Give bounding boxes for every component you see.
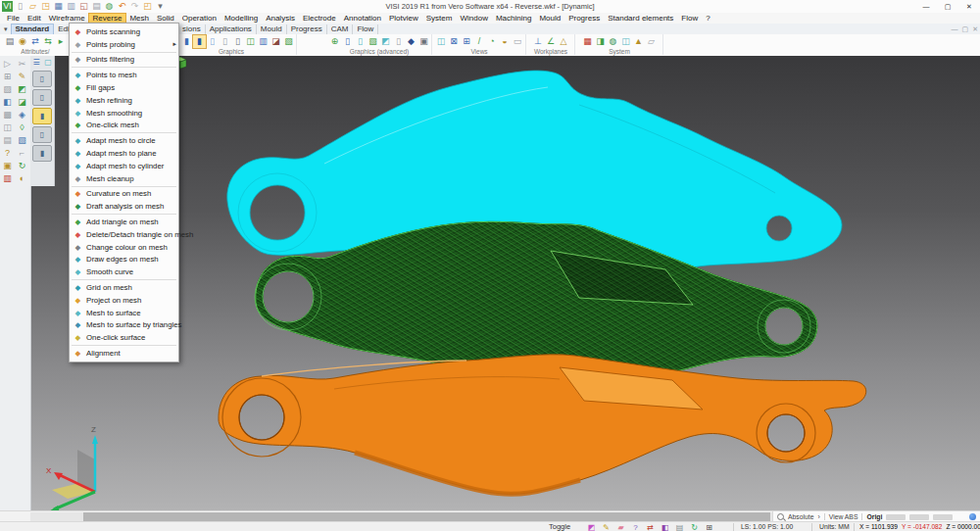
- box-select-icon[interactable]: ◧: [658, 522, 672, 531]
- menu-item[interactable]: ◆ Draw edges on mesh: [70, 254, 178, 266]
- menu-item[interactable]: ◆ Points scanning: [70, 25, 178, 38]
- menu-bar-item[interactable]: Wireframe: [45, 14, 89, 24]
- toolbar-icon[interactable]: ◍: [607, 35, 619, 48]
- menu-bar-item[interactable]: Machining: [492, 14, 535, 24]
- left-tool-icon[interactable]: ▩: [0, 108, 15, 121]
- toolbar-icon[interactable]: ▤: [4, 35, 17, 48]
- grid-toggle-icon[interactable]: ⊞: [702, 522, 716, 531]
- child-restore-button[interactable]: ▢: [962, 24, 969, 34]
- toolbar-icon[interactable]: ▯: [341, 35, 354, 48]
- menu-bar-item[interactable]: Operation: [178, 14, 220, 24]
- menu-bar-item[interactable]: Standard elements: [604, 14, 677, 24]
- toolbar-icon[interactable]: ▮: [180, 35, 193, 48]
- minimize-button[interactable]: —: [915, 0, 937, 13]
- solid-part-orange[interactable]: [219, 355, 866, 494]
- save-all-icon[interactable]: ▥: [66, 1, 76, 12]
- menu-bar-item[interactable]: File: [3, 14, 24, 24]
- toolbar-icon[interactable]: ▣: [417, 35, 430, 48]
- menu-item[interactable]: ◆ Add triangle on mesh: [70, 216, 178, 228]
- menu-bar-item[interactable]: Mesh: [125, 14, 153, 24]
- left-tool-icon[interactable]: ◈: [15, 108, 29, 121]
- menu-bar-item[interactable]: Progress: [564, 14, 604, 24]
- toolbar-icon[interactable]: ◪: [270, 35, 282, 48]
- menu-item[interactable]: ◆ Mesh to surface by triangles: [70, 319, 178, 332]
- menu-item[interactable]: ◆ Mesh smoothing: [70, 107, 178, 120]
- left-tool-icon[interactable]: ◧: [0, 95, 15, 108]
- menu-item[interactable]: ◆ Curvature on mesh: [70, 188, 178, 201]
- menu-item[interactable]: ◆ Points probing ▸: [70, 38, 178, 51]
- view-abs-label[interactable]: View ABS: [829, 513, 858, 520]
- export-icon[interactable]: ◱: [78, 1, 89, 12]
- menu-item[interactable]: ◆ Adapt mesh to cylinder: [70, 160, 178, 172]
- left-tool-icon[interactable]: ◪: [15, 95, 29, 108]
- eraser-icon[interactable]: ▰: [613, 522, 628, 531]
- ribbon-tab[interactable]: Progress: [287, 24, 327, 34]
- save-icon[interactable]: ▦: [53, 1, 64, 12]
- toolbar-icon[interactable]: ▭: [512, 35, 524, 48]
- print-icon[interactable]: ▤: [91, 1, 102, 12]
- menu-bar-item[interactable]: System: [422, 14, 457, 24]
- toolbar-icon[interactable]: ▯: [354, 35, 367, 48]
- menu-item[interactable]: ◆ Points to mesh: [70, 69, 178, 81]
- left-tool-icon[interactable]: ▨: [0, 82, 15, 95]
- ribbon-tab[interactable]: Standard: [11, 24, 55, 35]
- toolbar-icon[interactable]: ▮: [193, 35, 206, 48]
- toolbar-icon[interactable]: ▯: [206, 35, 219, 48]
- left-tool-icon[interactable]: ✂: [15, 57, 29, 70]
- absolute-mode-label[interactable]: Absolute: [788, 513, 813, 520]
- screen-icon[interactable]: ▢: [43, 57, 53, 67]
- new-document-icon[interactable]: ▯: [15, 1, 25, 12]
- ribbon-tab[interactable]: CAM: [327, 24, 354, 34]
- absolute-chevron-icon[interactable]: ›: [817, 513, 819, 520]
- toolbar-icon[interactable]: ▯: [219, 35, 231, 48]
- toolbar-icon[interactable]: ▱: [645, 35, 658, 48]
- ribbon-tab[interactable]: Flow: [353, 24, 378, 34]
- left-tool-icon[interactable]: ?: [0, 146, 15, 159]
- toolbar-icon[interactable]: ⊞: [461, 35, 473, 48]
- toolbar-icon[interactable]: ▧: [282, 35, 295, 48]
- menu-item[interactable]: ◆ Smooth curve: [70, 266, 178, 278]
- ribbon-tab[interactable]: Applications: [206, 24, 257, 34]
- tab-overflow-icon[interactable]: ▾: [1, 25, 11, 33]
- menu-bar-item[interactable]: Mould: [535, 14, 564, 24]
- layer-button[interactable]: ▮: [32, 108, 52, 124]
- left-tool-icon[interactable]: ◊: [15, 121, 29, 133]
- left-tool-icon[interactable]: ▣: [0, 159, 15, 171]
- menu-item[interactable]: ◆ Alignment: [70, 347, 178, 360]
- close-button[interactable]: ✕: [958, 0, 980, 13]
- ribbon-tab[interactable]: sions: [178, 24, 206, 34]
- layer-button[interactable]: ▯: [32, 71, 52, 87]
- toolbar-icon[interactable]: ⇄: [29, 35, 42, 48]
- toolbar-icon[interactable]: ◉: [17, 35, 29, 48]
- menu-item[interactable]: ◆ Adapt mesh to plane: [70, 147, 178, 160]
- vero-sphere-icon[interactable]: [969, 513, 976, 520]
- toolbar-icon[interactable]: ⊕: [328, 35, 341, 48]
- customize-quickbar-icon[interactable]: ▾: [155, 1, 166, 12]
- menu-item[interactable]: ◆ Mesh to surface: [70, 307, 178, 319]
- menu-item[interactable]: ◆ Fill gaps: [70, 81, 178, 94]
- menu-bar-item[interactable]: ?: [702, 14, 713, 24]
- left-tool-icon[interactable]: ↻: [15, 159, 29, 171]
- toolbar-icon[interactable]: ⊠: [448, 35, 461, 48]
- origin-label[interactable]: Origi: [866, 513, 882, 520]
- layer-button[interactable]: ▮: [32, 145, 52, 162]
- layer-list-icon[interactable]: ☰: [31, 57, 41, 67]
- toolbar-icon[interactable]: ▦: [581, 35, 594, 48]
- menu-bar-item[interactable]: Reverse: [89, 14, 126, 24]
- menu-bar-item[interactable]: Plotview: [385, 14, 422, 24]
- toolbar-icon[interactable]: ◔: [486, 35, 499, 48]
- left-tool-icon[interactable]: ▧: [15, 133, 29, 146]
- left-tool-icon[interactable]: ⌐: [15, 146, 29, 159]
- menu-item[interactable]: ◆ One-click surface: [70, 331, 178, 344]
- draw-mode-icon[interactable]: ✎: [599, 522, 613, 531]
- menu-item[interactable]: ◆ Change colour on mesh: [70, 241, 178, 254]
- open-recent-icon[interactable]: ◰: [142, 1, 153, 12]
- menu-item[interactable]: ◆ Delete/Detach triangle on mesh: [70, 228, 178, 241]
- toolbar-icon[interactable]: ▥: [257, 35, 270, 48]
- toolbar-icon[interactable]: ▯: [231, 35, 244, 48]
- left-tool-icon[interactable]: ◩: [15, 82, 29, 95]
- menu-item[interactable]: ◆ Mesh cleanup: [70, 172, 178, 185]
- menu-item[interactable]: ◆ Adapt mesh to circle: [70, 134, 178, 147]
- toolbar-icon[interactable]: /: [473, 35, 486, 48]
- menu-bar-item[interactable]: Modelling: [220, 14, 262, 24]
